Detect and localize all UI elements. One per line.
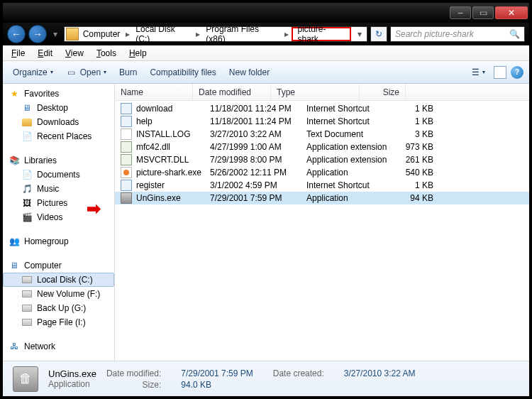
nav-music[interactable]: 🎵Music bbox=[3, 182, 114, 196]
menu-view[interactable]: View bbox=[60, 47, 89, 60]
file-type: Application bbox=[306, 168, 395, 177]
file-row[interactable]: register3/1/2002 4:59 PMInternet Shortcu… bbox=[115, 179, 529, 192]
forward-button[interactable]: → bbox=[28, 25, 47, 43]
file-row[interactable]: help11/18/2001 11:24 PMInternet Shortcut… bbox=[115, 115, 529, 128]
address-dropdown[interactable]: ▾ bbox=[354, 29, 365, 39]
file-name: download bbox=[136, 104, 206, 114]
chevron-right-icon[interactable]: ▸ bbox=[283, 29, 290, 39]
nav-pane[interactable]: ★Favorites 🖥Desktop Downloads 📄Recent Pl… bbox=[3, 84, 115, 361]
file-row[interactable]: MSVCRT.DLL7/29/1998 8:00 PMApplication e… bbox=[115, 153, 529, 166]
file-row[interactable]: INSTALL.LOG3/27/2010 3:22 AMText Documen… bbox=[115, 128, 529, 141]
open-icon: ▭ bbox=[66, 67, 77, 78]
file-list-pane: ➡ Name Date modified Type Size download1… bbox=[115, 84, 529, 361]
details-name: UnGins.exe bbox=[48, 368, 96, 379]
pictures-icon: 🖼 bbox=[21, 197, 33, 209]
nav-recent-places[interactable]: 📄Recent Places bbox=[3, 129, 114, 143]
file-row[interactable]: picture-shark.exe5/26/2002 12:11 PMAppli… bbox=[115, 166, 529, 179]
file-row[interactable]: mfc42.dll4/27/1999 1:00 AMApplication ex… bbox=[115, 141, 529, 153]
explorer-window: – ▭ ✕ ← → ▾ Computer ▸ Local Disk (C:) ▸… bbox=[2, 2, 530, 397]
details-size: 94.0 KB bbox=[181, 380, 253, 390]
preview-pane-button[interactable] bbox=[494, 66, 506, 79]
col-name[interactable]: Name bbox=[115, 84, 193, 100]
compatibility-files-button[interactable]: Compatibility files bbox=[145, 66, 220, 79]
help-button[interactable]: ? bbox=[511, 66, 523, 79]
nav-drive-i[interactable]: Page File (I:) bbox=[3, 315, 114, 329]
file-icon bbox=[121, 103, 132, 114]
file-list[interactable]: download11/18/2001 11:24 PMInternet Shor… bbox=[115, 101, 529, 361]
nav-history-dropdown[interactable]: ▾ bbox=[50, 26, 61, 42]
file-size: 1 KB bbox=[399, 180, 433, 190]
minimize-button[interactable]: – bbox=[450, 6, 471, 19]
file-icon bbox=[121, 129, 132, 140]
nav-pictures[interactable]: 🖼Pictures bbox=[3, 196, 114, 210]
nav-videos[interactable]: 🎬Videos bbox=[3, 210, 114, 224]
file-type: Internet Shortcut bbox=[306, 180, 395, 190]
breadcrumb-pictureshark[interactable]: picture-shark bbox=[292, 27, 351, 41]
drive-icon bbox=[21, 302, 33, 314]
col-type[interactable]: Type bbox=[271, 84, 360, 100]
details-type: Application bbox=[48, 379, 96, 389]
chevron-right-icon[interactable]: ▸ bbox=[194, 29, 201, 39]
file-icon bbox=[121, 154, 132, 165]
file-icon: 🗑 bbox=[13, 366, 38, 392]
chevron-down-icon: ▾ bbox=[50, 69, 53, 75]
libraries-icon: 📚 bbox=[9, 155, 20, 166]
breadcrumb-localdisk[interactable]: Local Disk (C:) bbox=[133, 27, 193, 41]
search-icon: 🔍 bbox=[509, 29, 520, 39]
breadcrumb-bar[interactable]: Computer ▸ Local Disk (C:) ▸ Program Fil… bbox=[64, 26, 367, 42]
file-type: Text Document bbox=[306, 129, 395, 139]
menu-file[interactable]: File bbox=[6, 47, 31, 60]
network-icon: 🖧 bbox=[9, 341, 20, 352]
nav-documents[interactable]: 📄Documents bbox=[3, 168, 114, 182]
nav-favorites[interactable]: ★Favorites bbox=[3, 87, 114, 101]
organize-button[interactable]: Organize ▾ bbox=[9, 66, 57, 79]
star-icon: ★ bbox=[9, 88, 20, 99]
breadcrumb-programfiles[interactable]: Program Files (x86) bbox=[203, 27, 282, 41]
new-folder-button[interactable]: New folder bbox=[225, 66, 274, 79]
nav-downloads[interactable]: Downloads bbox=[3, 115, 114, 129]
menu-tools[interactable]: Tools bbox=[91, 47, 122, 60]
col-size[interactable]: Size bbox=[360, 84, 406, 100]
nav-desktop[interactable]: 🖥Desktop bbox=[3, 101, 114, 115]
file-type: Application extension bbox=[306, 155, 395, 165]
open-button[interactable]: ▭Open ▾ bbox=[62, 65, 111, 80]
nav-homegroup[interactable]: 👥Homegroup bbox=[3, 234, 114, 248]
drive-icon bbox=[21, 317, 33, 328]
menu-help[interactable]: Help bbox=[123, 47, 153, 60]
file-icon bbox=[121, 116, 132, 127]
file-name: register bbox=[136, 180, 206, 190]
file-type: Internet Shortcut bbox=[306, 116, 395, 126]
nav-network[interactable]: 🖧Network bbox=[3, 339, 114, 354]
nav-drive-g[interactable]: Back Up (G:) bbox=[3, 301, 114, 315]
nav-libraries[interactable]: 📚Libraries bbox=[3, 153, 114, 168]
nav-drive-f[interactable]: New Volume (F:) bbox=[3, 287, 114, 301]
chevron-right-icon[interactable]: ▸ bbox=[124, 29, 131, 39]
maximize-button[interactable]: ▭ bbox=[472, 6, 494, 19]
file-row[interactable]: download11/18/2001 11:24 PMInternet Shor… bbox=[115, 102, 529, 115]
file-date: 7/29/1998 8:00 PM bbox=[210, 155, 302, 165]
details-created: 3/27/2010 3:22 AM bbox=[344, 368, 416, 378]
refresh-button[interactable]: ↻ bbox=[370, 26, 387, 42]
back-button[interactable]: ← bbox=[7, 25, 26, 43]
window-controls: – ▭ ✕ bbox=[450, 6, 528, 19]
file-date: 11/18/2001 11:24 PM bbox=[210, 104, 302, 114]
menu-edit[interactable]: Edit bbox=[32, 47, 58, 60]
nav-computer[interactable]: 🖥Computer bbox=[3, 258, 114, 273]
file-icon bbox=[121, 167, 132, 178]
details-modified-label: Date modified: bbox=[106, 368, 161, 378]
burn-button[interactable]: Burn bbox=[115, 66, 141, 79]
close-button[interactable]: ✕ bbox=[495, 6, 528, 19]
view-mode-button[interactable]: ☰ ▾ bbox=[467, 66, 489, 79]
search-placeholder: Search picture-shark bbox=[395, 29, 474, 39]
file-name: help bbox=[136, 116, 206, 126]
file-type: Application extension bbox=[306, 142, 395, 152]
file-date: 5/26/2002 12:11 PM bbox=[210, 168, 302, 177]
col-date[interactable]: Date modified bbox=[193, 84, 271, 100]
file-size: 1 KB bbox=[399, 116, 433, 126]
file-name: UnGins.exe bbox=[136, 193, 206, 203]
file-name: picture-shark.exe bbox=[136, 168, 206, 177]
nav-drive-c[interactable]: Local Disk (C:) bbox=[3, 273, 114, 287]
search-input[interactable]: Search picture-shark 🔍 bbox=[390, 26, 525, 42]
file-row[interactable]: UnGins.exe7/29/2001 7:59 PMApplication94… bbox=[115, 192, 529, 204]
breadcrumb-computer[interactable]: Computer bbox=[80, 27, 123, 41]
